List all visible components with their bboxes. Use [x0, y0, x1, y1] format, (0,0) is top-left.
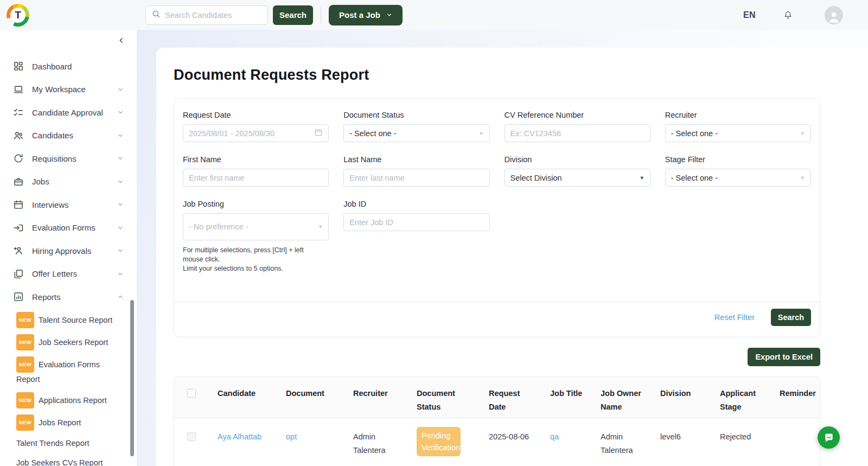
last-name-input[interactable] [343, 169, 489, 187]
new-badge: NEW [16, 356, 34, 373]
chevron-up-icon [117, 293, 124, 300]
workspace-laptop-icon [13, 84, 24, 95]
sidebar-item-jobs[interactable]: Jobs [0, 170, 137, 194]
sidebar-item-applications-report[interactable]: NEWApplications Report [16, 392, 118, 408]
request-date-value[interactable] [189, 129, 314, 138]
topbar-search-button[interactable]: Search [273, 5, 313, 25]
app-logo[interactable]: T [7, 4, 29, 27]
recruiter-select[interactable]: - Select one - ▼ [665, 124, 811, 142]
last-name-value[interactable] [349, 174, 483, 182]
topbar-divider [321, 7, 321, 24]
filter-search-button[interactable]: Search [771, 309, 811, 326]
document-status-select[interactable]: - Select one - ▼ [343, 124, 489, 142]
select-all-checkbox[interactable] [187, 389, 196, 398]
cv-reference-input[interactable] [505, 124, 650, 142]
select-value: - No preference - [189, 222, 248, 231]
new-badge: NEW [16, 334, 34, 350]
sidebar-collapse-icon[interactable] [118, 36, 125, 46]
job-title-link[interactable]: qa [550, 432, 559, 441]
sidebar-item-interviews[interactable]: Interviews [0, 193, 137, 216]
chevron-down-icon [117, 109, 124, 116]
sidebar-item-evaluation-forms[interactable]: Evaluation Forms [0, 216, 137, 240]
sidebar-item-label: Requisitions [32, 154, 117, 163]
chevron-down-icon [386, 12, 392, 18]
calendar-icon [13, 199, 24, 210]
user-avatar[interactable] [825, 6, 843, 24]
notifications-bell-icon[interactable] [783, 10, 793, 21]
division-cell: level6 [647, 418, 707, 466]
subnav-label: Talent Trends Report [16, 439, 90, 448]
sidebar-item-requisitions[interactable]: Requisitions [0, 147, 137, 170]
field-label: Job ID [343, 200, 489, 208]
sidebar-item-label: Hiring Approvals [32, 246, 117, 256]
field-stage-filter: Stage Filter - Select one - ▼ [665, 155, 811, 187]
search-candidates-input[interactable] [165, 11, 262, 20]
new-badge: NEW [16, 312, 34, 328]
export-to-excel-button[interactable]: Export to Excel [748, 348, 820, 366]
stage-filter-select[interactable]: - Select one - ▼ [665, 169, 811, 187]
field-label: Recruiter [665, 111, 811, 119]
page-title: Document Requests Report [174, 66, 868, 84]
search-candidates-box[interactable] [145, 5, 268, 25]
sidebar-item-hiring-approvals[interactable]: Hiring Approvals [0, 239, 137, 263]
multiselect-help-text: For multiple selections, press [Ctrl] + … [183, 246, 323, 273]
request-date-input[interactable] [183, 124, 329, 142]
row-checkbox[interactable] [187, 432, 196, 441]
field-label: Request Date [183, 111, 329, 119]
sidebar-item-dashboard[interactable]: Dashboard [0, 55, 137, 78]
division-select[interactable]: Select Division ▼ [505, 169, 650, 187]
field-last-name: Last Name [343, 155, 489, 187]
select-arrow-icon: ▼ [318, 224, 323, 229]
sidebar-item-candidates[interactable]: Candidates [0, 124, 137, 148]
sidebar-item-reports[interactable]: Reports [0, 285, 137, 309]
candidate-link[interactable]: Aya Alhattab [218, 432, 261, 441]
sidebar-item-candidate-approval[interactable]: Candidate Approval [0, 101, 137, 124]
subnav-label: Talent Source Report [39, 316, 112, 324]
chevron-down-icon [117, 225, 124, 231]
cv-reference-value[interactable] [510, 129, 644, 138]
job-id-value[interactable] [349, 218, 483, 227]
job-id-input[interactable] [343, 213, 489, 231]
chat-icon [824, 432, 834, 443]
applicant-stage-cell: Rejected [707, 418, 767, 466]
sidebar-item-my-workspace[interactable]: My Workspace [0, 78, 137, 101]
column-header: Document Status [404, 377, 476, 418]
sidebar-item-offer-letters[interactable]: Offer Letters [0, 263, 137, 286]
new-badge: NEW [16, 392, 34, 408]
select-value: Select Division [510, 174, 562, 182]
field-label: Document Status [343, 111, 489, 119]
content-panel: Document Requests Report Request Date [156, 48, 868, 466]
help-line: Limit your selections to 5 options. [183, 264, 323, 273]
field-label: First Name [183, 155, 329, 164]
new-badge: NEW [16, 414, 34, 431]
sidebar-item-talent-trends-report[interactable]: Talent Trends Report [16, 437, 118, 450]
sidebar-item-evaluation-forms-report[interactable]: NEWEvaluation Forms Report [16, 356, 118, 386]
reminder-cell [767, 418, 820, 466]
column-header: Document [273, 377, 340, 418]
main-area: Document Requests Report Request Date [137, 30, 868, 466]
select-arrow-icon: ▼ [800, 175, 805, 181]
document-link[interactable]: opt [286, 432, 297, 441]
job-posting-multiselect[interactable]: - No preference - ▼ [183, 213, 329, 240]
sidebar-item-jobs-report[interactable]: NEWJobs Report [16, 414, 118, 431]
field-document-status: Document Status - Select one - ▼ [343, 111, 489, 142]
job-owner-cell: Admin Talentera [588, 418, 647, 466]
sidebar-scrollbar[interactable] [130, 300, 134, 456]
chevron-down-icon [117, 178, 124, 185]
first-name-value[interactable] [189, 174, 323, 182]
field-job-id: Job ID [343, 200, 489, 273]
language-switcher[interactable]: EN [743, 10, 756, 20]
chat-widget-button[interactable] [818, 426, 840, 449]
reset-filter-link[interactable]: Reset Filter [714, 313, 755, 322]
global-search: Search Post a Job [145, 5, 403, 25]
sidebar-item-job-seekers-report[interactable]: NEWJob Seekers Report [16, 334, 118, 350]
subnav-label: Job Seekers Report [39, 338, 108, 347]
results-table: Candidate Document Recruiter Document St… [174, 376, 820, 466]
refresh-cycle-icon [13, 153, 24, 164]
first-name-input[interactable] [183, 169, 329, 187]
select-value: - Select one - [349, 129, 396, 138]
sidebar-item-talent-source-report[interactable]: NEWTalent Source Report [16, 312, 118, 328]
post-a-job-button[interactable]: Post a Job [329, 5, 403, 25]
sidebar-item-job-seekers-cvs-report[interactable]: Job Seekers CVs Report [16, 456, 118, 466]
field-label: Last Name [343, 155, 489, 164]
